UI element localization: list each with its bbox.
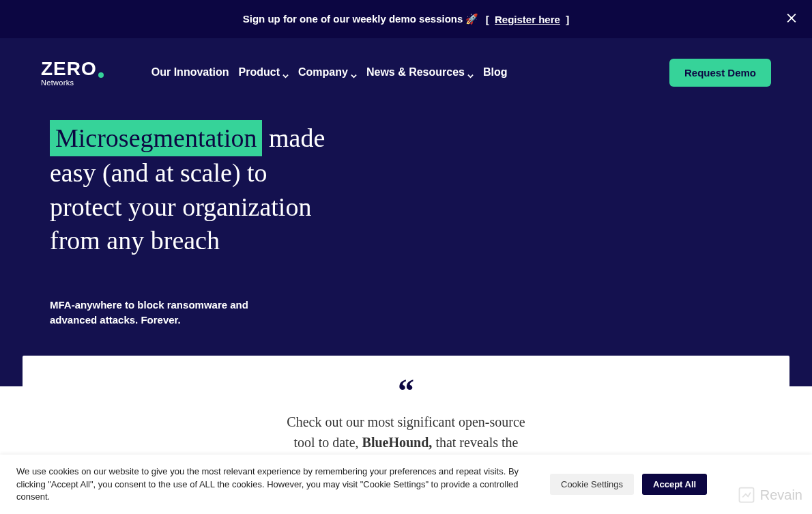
nav-product[interactable]: Product [239,62,289,83]
cookie-accept-button[interactable]: Accept All [642,474,707,495]
logo[interactable]: ZERO Networks [41,58,104,87]
headline-highlight: Microsegmentation [50,120,262,156]
chevron-down-icon [351,70,357,76]
nav-blog[interactable]: Blog [483,62,508,83]
cookie-settings-button[interactable]: Cookie Settings [550,474,634,495]
register-link[interactable]: Register here [495,14,560,25]
chevron-down-icon [282,70,289,76]
request-demo-button[interactable]: Request Demo [669,59,771,87]
cookie-text: We use cookies on our website to give yo… [16,466,542,503]
hero-section: Microsegmentation made easy (and at scal… [0,106,812,386]
nav-label: Product [239,66,280,78]
nav-label: Company [298,66,348,78]
hero-headline: Microsegmentation made easy (and at scal… [50,120,336,258]
bracket-open: [ [486,14,489,25]
nav-company[interactable]: Company [298,62,357,83]
watermark-icon [737,485,756,504]
announcement-banner: Sign up for one of our weekly demo sessi… [0,0,812,38]
nav-label: Our Innovation [151,66,229,78]
banner-text: Sign up for one of our weekly demo sessi… [243,13,479,25]
watermark: Revain [737,485,802,504]
nav-news[interactable]: News & Resources [366,62,474,83]
close-icon[interactable] [785,12,798,27]
nav-label: News & Resources [366,66,465,78]
nav-our-innovation[interactable]: Our Innovation [151,62,229,83]
site-header: ZERO Networks Our Innovation Product Com… [0,38,812,106]
banner-link-wrap: [ Register here ] [483,14,570,25]
quote-mark-icon: “ [50,383,762,397]
cookie-consent-bar: We use cookies on our website to give yo… [0,455,812,514]
nav-label: Blog [483,66,508,78]
logo-dot-icon [98,72,104,78]
chevron-down-icon [467,70,474,76]
hero-subtext: MFA-anywhere to block ransomware and adv… [50,298,255,328]
logo-text: ZERO [41,58,97,80]
watermark-text: Revain [760,487,802,503]
quote-bold: BlueHound, [362,435,433,450]
bracket-close: ] [566,14,569,25]
main-nav: Our Innovation Product Company News & Re… [151,62,508,83]
